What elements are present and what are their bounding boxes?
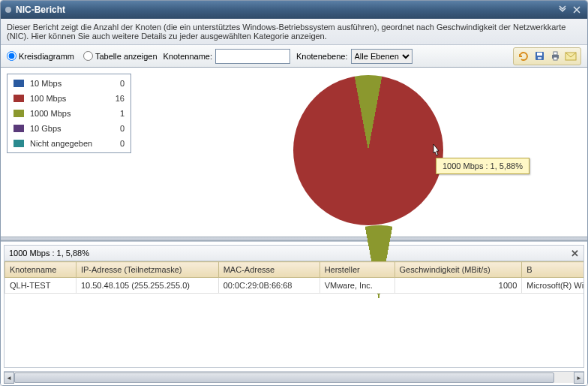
detail-close-icon[interactable]: ✕ bbox=[571, 248, 579, 259]
svg-rect-2 bbox=[538, 57, 542, 59]
swatch-icon bbox=[14, 110, 24, 117]
toolbar-actions bbox=[513, 47, 581, 65]
chart-tooltip: 1000 Mbps : 1, 5,88% bbox=[436, 158, 530, 174]
close-icon[interactable] bbox=[571, 4, 583, 16]
cell-speed: 1000 bbox=[394, 278, 522, 294]
chart-area: 10 Mbps0 100 Mbps16 1000 Mbps1 10 Gbps0 … bbox=[1, 68, 587, 237]
toolbar: Kreisdiagramm Tabelle anzeigen Knotennam… bbox=[1, 45, 587, 68]
radio-pie-label: Kreisdiagramm bbox=[19, 52, 74, 61]
scroll-right-icon[interactable]: ► bbox=[574, 372, 584, 384]
cell-ip: 10.50.48.105 (255.255.255.0) bbox=[76, 278, 218, 294]
swatch-icon bbox=[14, 95, 24, 102]
legend-value: 0 bbox=[112, 79, 124, 88]
report-description: Dieser Bericht zeigt die Anzahl der Knot… bbox=[1, 19, 587, 45]
col-b[interactable]: B bbox=[522, 262, 584, 278]
window-title: NIC-Bericht bbox=[16, 5, 65, 15]
pie-main[interactable] bbox=[293, 75, 443, 225]
view-mode-group: Kreisdiagramm Tabelle anzeigen bbox=[7, 51, 158, 61]
detail-header: 1000 Mbps : 1, 5,88% ✕ bbox=[4, 245, 584, 261]
swatch-icon bbox=[14, 125, 24, 132]
cell-vendor: VMware, Inc. bbox=[320, 278, 394, 294]
collapse-icon[interactable] bbox=[556, 4, 568, 16]
legend-label: 100 Mbps bbox=[30, 94, 112, 103]
table-row[interactable]: QLH-TEST 10.50.48.105 (255.255.255.0) 00… bbox=[5, 278, 585, 294]
nodename-input[interactable] bbox=[215, 49, 290, 64]
legend-value: 1 bbox=[112, 109, 124, 118]
horizontal-scrollbar[interactable]: ◄ ► bbox=[4, 371, 584, 383]
swatch-icon bbox=[14, 80, 24, 87]
col-mac[interactable]: MAC-Adresse bbox=[218, 262, 320, 278]
legend-item[interactable]: 100 Mbps16 bbox=[9, 91, 129, 106]
save-icon[interactable] bbox=[532, 50, 546, 63]
legend-value: 0 bbox=[112, 139, 124, 148]
nodelevel-field: Knotenebene: Alle Ebenen bbox=[296, 49, 412, 64]
legend-item[interactable]: 1000 Mbps1 bbox=[9, 106, 129, 121]
detail-title: 1000 Mbps : 1, 5,88% bbox=[9, 249, 89, 258]
legend-item[interactable]: 10 Gbps0 bbox=[9, 121, 129, 136]
radio-pie-input[interactable] bbox=[7, 51, 16, 61]
legend-label: Nicht angegeben bbox=[30, 139, 112, 148]
col-speed[interactable]: Geschwindigkeit (MBit/s) bbox=[394, 262, 522, 278]
col-ip[interactable]: IP-Adresse (Teilnetzmaske) bbox=[76, 262, 218, 278]
grid-header-row: Knotenname IP-Adresse (Teilnetzmaske) MA… bbox=[5, 262, 585, 278]
nodelevel-select[interactable]: Alle Ebenen bbox=[351, 49, 412, 64]
nodename-field: Knotenname: bbox=[164, 49, 290, 64]
titlebar: NIC-Bericht bbox=[1, 1, 587, 19]
col-vendor[interactable]: Hersteller bbox=[320, 262, 394, 278]
cell-mac: 00:0C:29:0B:66:68 bbox=[218, 278, 320, 294]
detail-panel: 1000 Mbps : 1, 5,88% ✕ Knotenname IP-Adr… bbox=[1, 241, 587, 385]
legend-value: 16 bbox=[112, 94, 124, 103]
radio-table-input[interactable] bbox=[83, 51, 93, 61]
radio-table[interactable]: Tabelle anzeigen bbox=[83, 51, 158, 61]
refresh-icon[interactable] bbox=[517, 50, 530, 63]
legend-label: 10 Gbps bbox=[30, 124, 112, 133]
nodename-label: Knotenname: bbox=[164, 52, 212, 61]
detail-grid: Knotenname IP-Adresse (Teilnetzmaske) MA… bbox=[4, 261, 584, 294]
legend-item[interactable]: 10 Mbps0 bbox=[9, 76, 129, 91]
detail-grid-wrap: Knotenname IP-Adresse (Teilnetzmaske) MA… bbox=[4, 261, 584, 368]
nodelevel-label: Knotenebene: bbox=[296, 52, 348, 61]
legend-label: 1000 Mbps bbox=[30, 109, 112, 118]
legend: 10 Mbps0 100 Mbps16 1000 Mbps1 10 Gbps0 … bbox=[7, 74, 131, 153]
pie-chart[interactable] bbox=[293, 75, 443, 225]
svg-rect-1 bbox=[537, 53, 542, 56]
print-icon[interactable] bbox=[548, 50, 562, 63]
svg-rect-4 bbox=[554, 52, 557, 55]
legend-item[interactable]: Nicht angegeben0 bbox=[9, 136, 129, 151]
radio-table-label: Tabelle anzeigen bbox=[95, 52, 158, 61]
legend-label: 10 Mbps bbox=[30, 79, 112, 88]
cell-b: Microsoft(R) Windo bbox=[522, 278, 584, 294]
cell-nodename: QLH-TEST bbox=[5, 278, 76, 294]
report-window: NIC-Bericht Dieser Bericht zeigt die Anz… bbox=[0, 0, 588, 386]
swatch-icon bbox=[14, 140, 24, 147]
scroll-left-icon[interactable]: ◄ bbox=[4, 372, 14, 384]
legend-value: 0 bbox=[112, 124, 124, 133]
radio-pie[interactable]: Kreisdiagramm bbox=[7, 51, 74, 61]
col-nodename[interactable]: Knotenname bbox=[5, 262, 76, 278]
scroll-thumb[interactable] bbox=[14, 372, 554, 383]
svg-rect-5 bbox=[554, 57, 557, 60]
mail-icon[interactable] bbox=[564, 50, 578, 63]
title-bullet-icon bbox=[5, 7, 11, 13]
